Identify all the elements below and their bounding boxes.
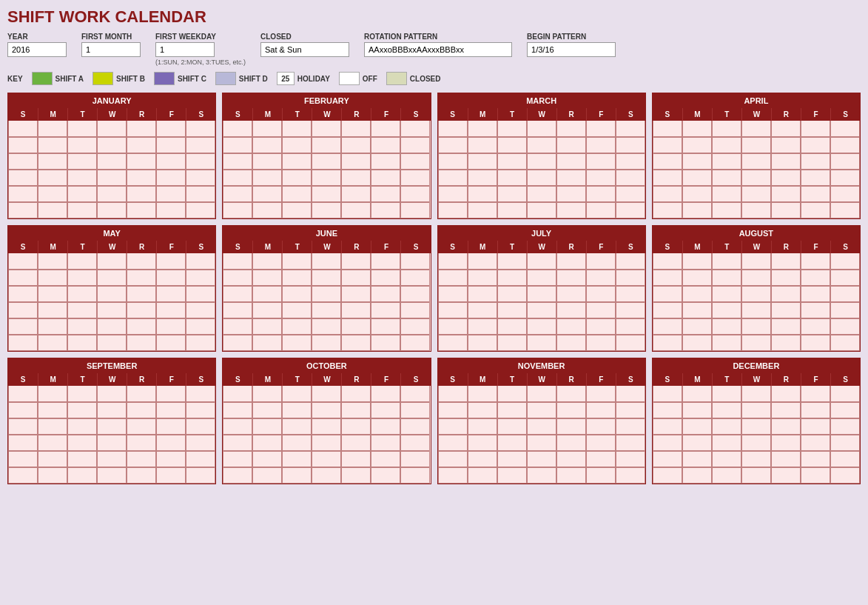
shift-a-swatch — [32, 72, 53, 85]
month-header-december: DECEMBER — [653, 358, 860, 373]
calendar-row — [653, 318, 860, 335]
calendar-row — [653, 170, 860, 186]
calendar-cell — [527, 386, 556, 402]
calendar-row — [653, 153, 860, 170]
calendar-cell — [252, 170, 282, 186]
calendar-cell — [67, 270, 97, 286]
calendar-cell — [653, 153, 682, 170]
calendar-cell — [156, 153, 186, 170]
calendar-cell — [252, 286, 282, 302]
calendar-row — [223, 137, 430, 153]
day-header-cell: W — [97, 241, 127, 253]
calendar-cell — [400, 302, 430, 318]
day-header-cell: M — [38, 241, 67, 253]
calendar-cell — [186, 467, 215, 484]
calendar-cell — [97, 286, 127, 302]
shift-c-swatch — [154, 72, 175, 85]
closed-key-text: CLOSED — [410, 75, 441, 83]
calendar-cell — [312, 253, 341, 270]
first-month-input[interactable] — [81, 42, 141, 57]
calendar-row — [653, 121, 860, 137]
calendar-row — [223, 386, 430, 402]
calendar-cell — [67, 318, 97, 335]
calendar-cell — [186, 186, 215, 202]
closed-input[interactable] — [260, 42, 349, 57]
calendar-cell — [830, 451, 860, 467]
calendar-cell — [371, 318, 400, 335]
calendar-body-october — [223, 386, 430, 484]
calendar-row — [223, 186, 430, 202]
day-headers-august: SMTWRFS — [653, 241, 860, 253]
calendar-cell — [38, 302, 67, 318]
calendar-row — [438, 435, 645, 451]
day-header-cell: T — [497, 373, 527, 386]
calendar-cell — [468, 402, 497, 418]
calendar-cell — [712, 418, 741, 435]
calendar-cell — [586, 286, 616, 302]
calendar-cell — [527, 270, 556, 286]
calendar-cell — [497, 402, 527, 418]
day-header-cell: S — [223, 373, 252, 386]
calendar-cell — [771, 270, 801, 286]
calendar-cell — [556, 418, 586, 435]
calendar-cell — [186, 335, 215, 351]
calendar-cell — [801, 153, 830, 170]
first-weekday-input[interactable] — [155, 42, 215, 57]
calendar-cell — [341, 121, 371, 137]
calendar-cell — [223, 253, 252, 270]
calendar-cell — [282, 170, 312, 186]
calendar-cell — [712, 186, 741, 202]
calendar-cell — [341, 386, 371, 402]
calendar-cell — [67, 202, 97, 218]
calendar-cell — [8, 286, 38, 302]
calendar-cell — [771, 153, 801, 170]
calendar-cell — [616, 186, 645, 202]
calendar-row — [8, 386, 215, 402]
calendar-cell — [156, 418, 186, 435]
closed-control: CLOSED — [260, 33, 349, 57]
day-headers-june: SMTWRFS — [223, 241, 430, 253]
calendar-row — [8, 302, 215, 318]
calendar-cell — [38, 318, 67, 335]
calendar-cell — [127, 202, 156, 218]
calendar-cell — [653, 121, 682, 137]
calendar-cell — [438, 170, 468, 186]
calendar-cell — [127, 435, 156, 451]
calendar-cell — [468, 286, 497, 302]
calendar-cell — [741, 270, 771, 286]
year-input[interactable] — [7, 42, 67, 57]
calendar-cell — [282, 121, 312, 137]
calendar-cell — [312, 418, 341, 435]
calendar-cell — [38, 270, 67, 286]
calendar-cell — [67, 418, 97, 435]
day-header-cell: W — [527, 108, 556, 121]
calendar-cell — [8, 467, 38, 484]
day-header-cell: W — [312, 373, 341, 386]
calendar-cell — [223, 137, 252, 153]
calendar-december: DECEMBERSMTWRFS — [652, 358, 861, 484]
calendar-row — [653, 435, 860, 451]
calendar-cell — [527, 202, 556, 218]
calendar-cell — [400, 386, 430, 402]
calendar-cell — [67, 186, 97, 202]
calendar-cell — [712, 170, 741, 186]
day-header-cell: S — [616, 108, 645, 121]
begin-pattern-input[interactable] — [527, 42, 616, 57]
calendar-row — [8, 318, 215, 335]
calendar-cell — [371, 186, 400, 202]
calendar-cell — [371, 286, 400, 302]
calendar-cell — [771, 402, 801, 418]
calendar-cell — [400, 170, 430, 186]
calendar-cell — [468, 467, 497, 484]
day-header-cell: S — [8, 373, 38, 386]
calendar-cell — [252, 318, 282, 335]
day-header-cell: S — [8, 108, 38, 121]
calendar-row — [223, 467, 430, 484]
day-header-cell: R — [556, 373, 586, 386]
calendar-cell — [127, 302, 156, 318]
calendar-cell — [497, 286, 527, 302]
day-header-cell: S — [223, 241, 252, 253]
calendar-cell — [223, 170, 252, 186]
rotation-input[interactable] — [364, 42, 512, 57]
calendar-cell — [127, 137, 156, 153]
